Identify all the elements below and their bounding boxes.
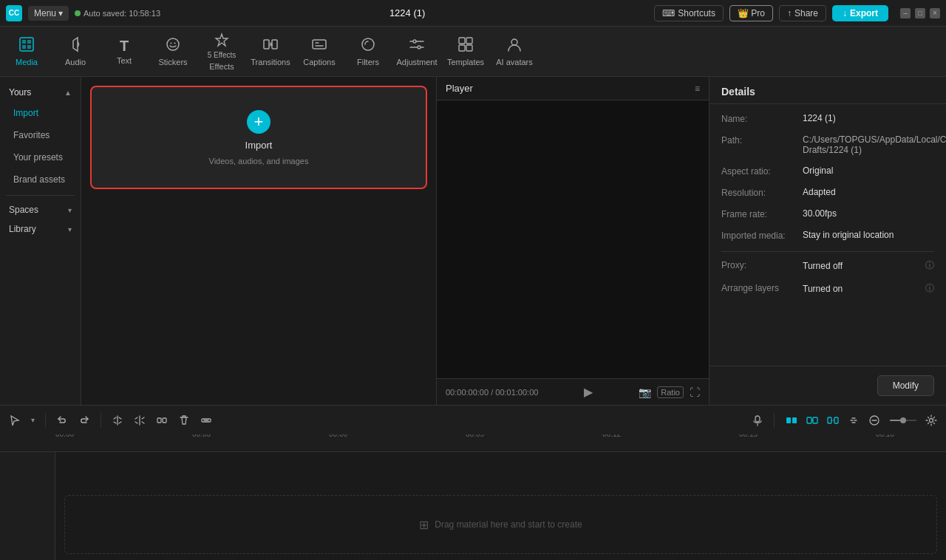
media-icon bbox=[18, 36, 35, 55]
ruler-tick-06: 00:06 bbox=[329, 434, 347, 438]
timeline-ruler: 00:00 00:03 00:06 00:09 00:12 00:15 00:1… bbox=[0, 434, 946, 452]
svg-rect-19 bbox=[157, 418, 161, 423]
ratio-button[interactable]: Ratio bbox=[657, 386, 684, 398]
import-plus-icon: + bbox=[247, 110, 270, 134]
ruler-tick-12: 00:12 bbox=[602, 434, 621, 438]
sidebar-item-import[interactable]: Import bbox=[3, 103, 78, 123]
ruler-tick-15: 00:15 bbox=[739, 434, 758, 438]
player-menu-icon[interactable]: ≡ bbox=[695, 83, 700, 94]
select-tool-button[interactable] bbox=[6, 412, 24, 429]
player-panel: Player ≡ 00:00:00:00 / 00:01:00:00 ▶ 📷 R… bbox=[436, 77, 710, 405]
player-header: Player ≡ bbox=[437, 77, 709, 100]
svg-rect-4 bbox=[27, 45, 31, 49]
sidebar-library-header[interactable]: Library ▾ bbox=[0, 219, 81, 239]
player-viewport bbox=[437, 100, 709, 378]
tl-separator bbox=[45, 413, 46, 428]
detail-proxy-label: Proxy: bbox=[721, 259, 803, 270]
menu-button[interactable]: Menu ▾ bbox=[28, 6, 69, 21]
keyboard-icon: ⌨ bbox=[662, 8, 675, 18]
details-header: Details bbox=[710, 77, 946, 104]
svg-rect-25 bbox=[807, 417, 811, 423]
ruler-tick-18: 00:18 bbox=[876, 434, 894, 438]
ruler-tick-09: 00:09 bbox=[466, 434, 484, 438]
tool-ai-avatars[interactable]: AI avatars bbox=[491, 30, 538, 74]
bottom-section: ▾ bbox=[0, 405, 946, 560]
modify-button[interactable]: Modify bbox=[877, 375, 934, 396]
snap-button[interactable] bbox=[782, 411, 801, 430]
svg-rect-24 bbox=[792, 417, 797, 423]
detail-imported-label: Imported media: bbox=[721, 230, 803, 241]
project-title: 1224 (1) bbox=[166, 7, 648, 18]
detail-arrange-label: Arrange layers bbox=[721, 282, 803, 293]
tool-templates[interactable]: Templates bbox=[442, 30, 489, 74]
tool-transitions[interactable]: Transitions bbox=[247, 30, 294, 74]
sidebar-item-your-presets[interactable]: Your presets bbox=[3, 147, 78, 168]
settings-button[interactable] bbox=[922, 411, 940, 430]
maximize-button[interactable]: □ bbox=[915, 8, 925, 18]
tool-audio[interactable]: Audio bbox=[52, 30, 99, 74]
sidebar-spaces-header[interactable]: Spaces ▾ bbox=[0, 200, 81, 219]
top-bar: CC Menu ▾ Auto saved: 10:58:13 1224 (1) … bbox=[0, 0, 946, 27]
timeline-snap-controls bbox=[782, 411, 940, 430]
record-audio-button[interactable] bbox=[749, 412, 766, 429]
zoom-slider[interactable] bbox=[885, 411, 921, 430]
adjustment-icon bbox=[409, 36, 425, 55]
export-button[interactable]: ↓ Export bbox=[832, 5, 888, 21]
captions-icon bbox=[311, 36, 327, 55]
minimize-button[interactable]: – bbox=[900, 8, 911, 18]
minus-button[interactable] bbox=[865, 411, 884, 430]
tool-filters[interactable]: Filters bbox=[344, 30, 392, 74]
media-panel: + Import Videos, audios, and images bbox=[81, 77, 436, 405]
timeline-body: ⊞ Drag material here and start to create bbox=[0, 452, 946, 560]
sidebar-divider bbox=[6, 195, 75, 196]
pro-button[interactable]: 👑 Pro bbox=[729, 5, 773, 21]
arrange-info-icon[interactable]: ⓘ bbox=[925, 282, 934, 295]
svg-rect-16 bbox=[459, 45, 465, 51]
detail-resolution-value: Adapted bbox=[803, 187, 934, 197]
split-right-button[interactable] bbox=[131, 412, 149, 429]
sidebar-item-favorites[interactable]: Favorites bbox=[3, 125, 78, 146]
delete-button[interactable] bbox=[175, 412, 193, 429]
tool-media[interactable]: Media bbox=[3, 30, 50, 74]
top-right-controls: ⌨ Shortcuts 👑 Pro ↑ Share ↓ Export – □ × bbox=[654, 5, 940, 21]
link-button[interactable] bbox=[803, 411, 822, 430]
sidebar-yours-header[interactable]: Yours ▲ bbox=[0, 83, 81, 102]
detail-resolution-row: Resolution: Adapted bbox=[721, 187, 934, 198]
chevron-up-icon: ▲ bbox=[64, 89, 72, 97]
tool-adjustment[interactable]: Adjustment bbox=[393, 30, 440, 74]
svg-rect-27 bbox=[828, 417, 831, 423]
fullscreen-icon[interactable]: ⛶ bbox=[690, 386, 700, 398]
proxy-info-icon[interactable]: ⓘ bbox=[925, 259, 934, 272]
split-button[interactable] bbox=[109, 412, 126, 429]
tool-captions[interactable]: Captions bbox=[296, 30, 343, 74]
select-dropdown[interactable]: ▾ bbox=[28, 413, 38, 427]
split-left-button[interactable] bbox=[153, 412, 171, 429]
tool-text[interactable]: T Text bbox=[101, 30, 148, 74]
close-button[interactable]: × bbox=[930, 8, 940, 18]
detail-path-label: Path: bbox=[721, 134, 803, 146]
undo-button[interactable] bbox=[53, 412, 71, 429]
svg-rect-9 bbox=[272, 40, 277, 49]
detail-name-value: 1224 (1) bbox=[803, 113, 934, 123]
timeline: 00:00 00:03 00:06 00:09 00:12 00:15 00:1… bbox=[0, 434, 946, 560]
share-button[interactable]: ↑ Share bbox=[779, 5, 826, 21]
sidebar-item-brand-assets[interactable]: Brand assets bbox=[3, 169, 78, 190]
svg-rect-17 bbox=[466, 45, 472, 51]
svg-point-5 bbox=[167, 38, 179, 50]
stickers-icon bbox=[165, 36, 181, 55]
link2-button[interactable] bbox=[844, 411, 863, 430]
tool-effects[interactable]: 5 Effects Effects bbox=[198, 30, 245, 74]
shortcuts-button[interactable]: ⌨ Shortcuts bbox=[654, 5, 724, 21]
play-button[interactable]: ▶ bbox=[584, 385, 593, 399]
import-card[interactable]: + Import Videos, audios, and images bbox=[90, 86, 427, 189]
more-button[interactable] bbox=[197, 412, 215, 429]
tool-stickers[interactable]: Stickers bbox=[149, 30, 197, 74]
camera-icon[interactable]: 📷 bbox=[639, 386, 651, 398]
audio-snap-button[interactable] bbox=[823, 411, 843, 430]
redo-button[interactable] bbox=[75, 412, 93, 429]
timeline-tracks: ⊞ Drag material here and start to create bbox=[55, 452, 946, 560]
ruler-tick-03: 00:03 bbox=[192, 434, 211, 438]
timeline-drop-area: ⊞ Drag material here and start to create bbox=[64, 495, 937, 554]
timeline-drop-label: Drag material here and start to create bbox=[435, 519, 582, 530]
detail-imported-value: Stay in original location bbox=[803, 230, 934, 240]
